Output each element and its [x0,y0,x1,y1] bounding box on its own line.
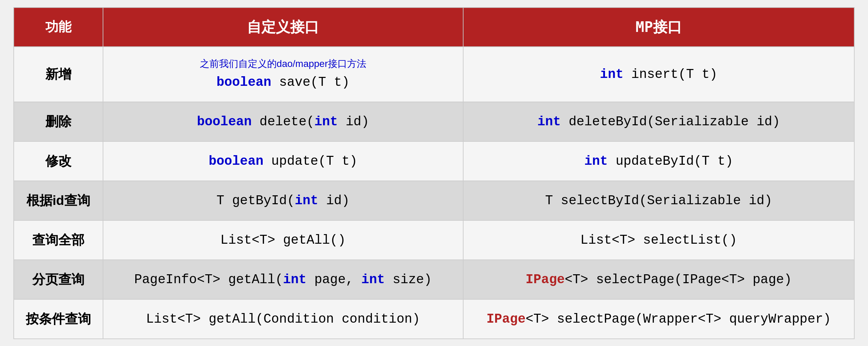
table-row: 根据id查询T getById(int id)T selectById(Seri… [14,181,854,220]
table-row: 查询全部List<T> getAll()List<T> selectList() [14,220,854,260]
custom-interface-cell: boolean delete(int id) [103,102,463,141]
annotation-text: 之前我们自定义的dao/mapper接口方法 [114,57,453,71]
page-container: 功能 自定义接口 MP接口 新增之前我们自定义的dao/mapper接口方法bo… [0,0,868,346]
table-row: 按条件查询List<T> getAll(Condition condition)… [14,299,854,339]
custom-interface-cell: List<T> getAll(Condition condition) [103,299,463,339]
custom-interface-cell: T getById(int id) [103,181,463,220]
feature-cell: 按条件查询 [14,299,103,339]
mp-interface-cell: int deleteById(Serializable id) [463,102,854,141]
table-row: 分页查询PageInfo<T> getAll(int page, int siz… [14,260,854,299]
feature-cell: 修改 [14,141,103,181]
feature-cell: 查询全部 [14,220,103,260]
custom-interface-cell: PageInfo<T> getAll(int page, int size) [103,260,463,299]
mp-interface-cell: int insert(T t) [463,47,854,102]
table-body: 新增之前我们自定义的dao/mapper接口方法boolean save(T t… [14,47,854,339]
mp-interface-cell: IPage<T> selectPage(IPage<T> page) [463,260,854,299]
feature-cell: 新增 [14,47,103,102]
mp-interface-cell: int updateById(T t) [463,141,854,181]
header-custom-interface: 自定义接口 [103,8,463,47]
table-row: 新增之前我们自定义的dao/mapper接口方法boolean save(T t… [14,47,854,102]
mp-interface-cell: IPage<T> selectPage(Wrapper<T> queryWrap… [463,299,854,339]
comparison-table: 功能 自定义接口 MP接口 新增之前我们自定义的dao/mapper接口方法bo… [13,7,855,339]
custom-interface-cell: boolean update(T t) [103,141,463,181]
mp-interface-cell: List<T> selectList() [463,220,854,260]
header-feature: 功能 [14,8,103,47]
mp-interface-cell: T selectById(Serializable id) [463,181,854,220]
header-mp-interface: MP接口 [463,8,854,47]
custom-interface-cell: 之前我们自定义的dao/mapper接口方法boolean save(T t) [103,47,463,102]
feature-cell: 删除 [14,102,103,141]
table-row: 修改boolean update(T t)int updateById(T t) [14,141,854,181]
custom-interface-cell: List<T> getAll() [103,220,463,260]
table-row: 删除boolean delete(int id)int deleteById(S… [14,102,854,141]
feature-cell: 分页查询 [14,260,103,299]
feature-cell: 根据id查询 [14,181,103,220]
table-header-row: 功能 自定义接口 MP接口 [14,8,854,47]
